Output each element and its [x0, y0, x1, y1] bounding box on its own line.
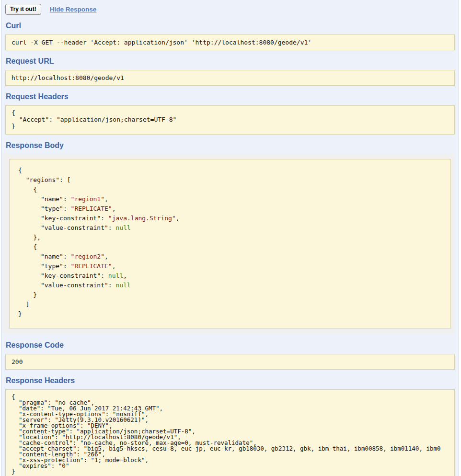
response-body-container: { "regions": [ { "name": "region1", "typ… [3, 154, 455, 334]
request-url-heading: Request URL [6, 57, 455, 66]
response-code-heading: Response Code [6, 341, 455, 350]
response-body-code: { "regions": [ { "name": "region1", "typ… [9, 159, 451, 329]
actions-row: Try it out! Hide Response [5, 3, 455, 15]
curl-heading: Curl [6, 22, 455, 30]
request-headers-heading: Request Headers [6, 92, 455, 101]
response-panel: Try it out! Hide Response Curl curl -X G… [1, 0, 459, 476]
response-code-value: 200 [5, 354, 455, 370]
response-body-heading: Response Body [6, 141, 455, 150]
curl-code: curl -X GET --header 'Accept: applicatio… [5, 34, 455, 50]
request-headers-code: { "Accept": "application/json;charset=UT… [5, 105, 455, 135]
try-it-out-button[interactable]: Try it out! [5, 4, 41, 15]
hide-response-link[interactable]: Hide Response [50, 6, 97, 13]
request-url-code: http://localhost:8080/geode/v1 [5, 70, 455, 86]
response-headers-heading: Response Headers [6, 376, 455, 385]
response-headers-code: { "pragma": "no-cache", "date": "Tue, 06… [5, 389, 455, 476]
